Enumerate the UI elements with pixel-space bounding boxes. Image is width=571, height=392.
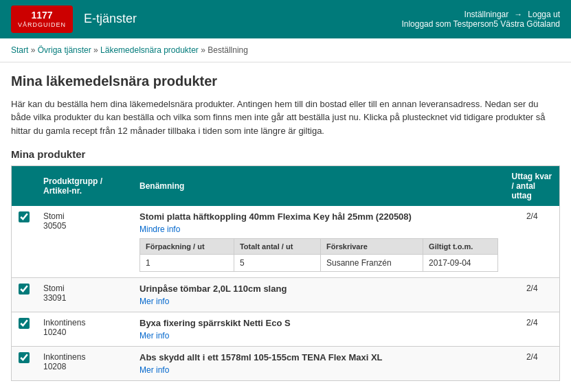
breadcrumb-ovriga[interactable]: Övriga tjänster <box>38 45 91 55</box>
product-name-cell: Urinpåse tömbar 2,0L 110cm slang Mer inf… <box>133 278 505 312</box>
product-group-cell: Inkontinens 10208 <box>36 347 133 381</box>
breadcrumb: Start » Övriga tjänster » Läkemedelsnära… <box>0 38 571 62</box>
table-row: Inkontinens 10240 Byxa fixering spärrski… <box>12 312 560 347</box>
product-group-label: Inkontinens <box>43 352 126 362</box>
inner-forskrivare: Susanne Franzén <box>320 255 423 272</box>
inner-table-row: 1 5 Susanne Franzén 2017-09-04 <box>140 255 498 272</box>
more-info-link[interactable]: Mer info <box>139 297 169 306</box>
header-right: Inställningar → Logga ut Inloggad som Te… <box>401 10 560 29</box>
inner-table: Förpackning / ut Totalt antal / ut Försk… <box>139 238 498 272</box>
inner-giltigt: 2017-09-04 <box>423 255 497 272</box>
inner-totalt: 5 <box>234 255 320 272</box>
logged-in-label: Inloggad som Testperson5 Västra Götaland <box>401 19 560 29</box>
checkbox-cell <box>12 278 37 312</box>
row-checkbox[interactable] <box>19 211 30 222</box>
table-header-row: Produktgrupp / Artikel-nr. Benämning Utt… <box>12 166 560 207</box>
product-name: Urinpåse tömbar 2,0L 110cm slang <box>139 284 498 294</box>
col-benamning: Benämning <box>133 166 505 207</box>
logout-link[interactable]: Logga ut <box>528 10 560 19</box>
article-nr: 10240 <box>43 327 126 337</box>
page-description: Här kan du beställa hem dina läkemedelsn… <box>11 97 560 138</box>
breadcrumb-bestallning: Beställning <box>208 45 248 55</box>
uttag-cell: 2/4 <box>505 278 560 312</box>
table-row: Stomi 30505 Stomi platta häftkoppling 40… <box>12 206 560 278</box>
product-group-label: Stomi <box>43 284 126 293</box>
header-left: 1177 VÅRDGUIDEN E-tjänster <box>11 5 137 33</box>
inner-header-row: Förpackning / ut Totalt antal / ut Försk… <box>140 239 498 255</box>
col-uttag: Uttag kvar / antal uttag <box>505 166 560 207</box>
product-name-cell: Stomi platta häftkoppling 40mm Flexima K… <box>133 206 505 278</box>
more-info-link[interactable]: Mer info <box>139 331 169 341</box>
col-checkbox <box>12 166 37 207</box>
checkbox-cell <box>12 206 37 278</box>
product-name: Stomi platta häftkoppling 40mm Flexima K… <box>139 211 498 222</box>
main-content: Mina läkemedelsnära produkter Här kan du… <box>0 62 571 392</box>
article-nr: 33091 <box>43 293 126 303</box>
uttag-cell: 2/4 <box>505 347 560 381</box>
settings-link[interactable]: Inställningar <box>464 10 509 19</box>
inner-col-forpackning: Förpackning / ut <box>140 239 234 255</box>
breadcrumb-start[interactable]: Start <box>11 45 28 55</box>
app-title: E-tjänster <box>84 12 137 26</box>
top-row: Inställningar → Logga ut <box>401 10 560 19</box>
more-info-link[interactable]: Mer info <box>139 365 169 375</box>
table-row: Inkontinens 10208 Abs skydd allt i ett 1… <box>12 347 560 381</box>
page-title: Mina läkemedelsnära produkter <box>11 73 560 89</box>
breadcrumb-lakemedelsnara[interactable]: Läkemedelsnära produkter <box>100 45 199 55</box>
product-group-cell: Stomi 30505 <box>36 206 133 278</box>
article-nr: 10208 <box>43 362 126 371</box>
uttag-cell: 2/4 <box>505 206 560 278</box>
product-name: Abs skydd allt i ett 1578ml 105-155cm TE… <box>139 352 498 362</box>
row-checkbox[interactable] <box>19 284 30 295</box>
logout-icon: → <box>514 10 522 19</box>
more-info-link[interactable]: Mindre info <box>139 224 180 234</box>
product-name-cell: Abs skydd allt i ett 1578ml 105-155cm TE… <box>133 347 505 381</box>
col-product-group: Produktgrupp / Artikel-nr. <box>36 166 133 207</box>
product-group-cell: Stomi 33091 <box>36 278 133 312</box>
logo: 1177 VÅRDGUIDEN <box>11 5 73 33</box>
products-table: Produktgrupp / Artikel-nr. Benämning Utt… <box>11 165 560 381</box>
inner-col-forskrivare: Förskrivare <box>320 239 423 255</box>
inner-col-giltigt: Giltigt t.o.m. <box>423 239 497 255</box>
product-name-cell: Byxa fixering spärrskikt Netti Eco S Mer… <box>133 312 505 347</box>
header: 1177 VÅRDGUIDEN E-tjänster Inställningar… <box>0 0 571 38</box>
row-checkbox[interactable] <box>19 352 30 363</box>
product-group-label: Stomi <box>43 211 126 221</box>
inner-col-totalt: Totalt antal / ut <box>234 239 320 255</box>
product-group-cell: Inkontinens 10240 <box>36 312 133 347</box>
inner-forpackning: 1 <box>140 255 234 272</box>
article-nr: 30505 <box>43 221 126 231</box>
product-group-label: Inkontinens <box>43 318 126 327</box>
checkbox-cell <box>12 347 37 381</box>
table-row: Stomi 33091 Urinpåse tömbar 2,0L 110cm s… <box>12 278 560 312</box>
uttag-cell: 2/4 <box>505 312 560 347</box>
section-title: Mina produkter <box>11 148 560 160</box>
product-name: Byxa fixering spärrskikt Netti Eco S <box>139 318 498 328</box>
row-checkbox[interactable] <box>19 318 30 329</box>
checkbox-cell <box>12 312 37 347</box>
